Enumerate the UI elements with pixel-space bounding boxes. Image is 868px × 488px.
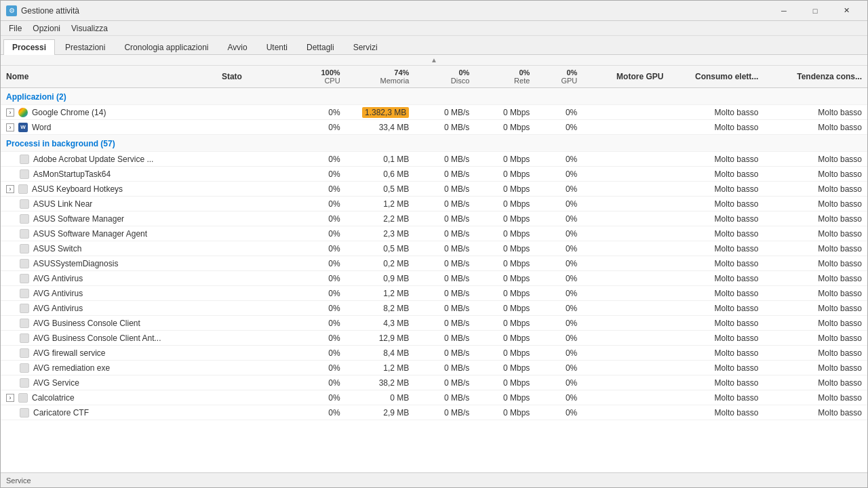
process-table-container[interactable]: Nome Stato 100% CPU 74% Memoria 0% bbox=[1, 66, 867, 472]
header-rete[interactable]: 0% Rete bbox=[475, 66, 535, 88]
generic-icon bbox=[20, 348, 29, 358]
process-consumo: Molto basso bbox=[669, 120, 764, 135]
process-stato bbox=[216, 405, 285, 420]
process-name-label: AsMonStartupTask64 bbox=[33, 169, 111, 179]
tab-dettagli[interactable]: Dettagli bbox=[298, 39, 343, 55]
process-consumo: Molto basso bbox=[669, 390, 764, 405]
process-consumo: Molto basso bbox=[669, 226, 764, 241]
table-row[interactable]: ASUSSystemDiagnosis0%0,2 MB0 MB/s0 Mbps0… bbox=[1, 256, 867, 271]
header-memoria[interactable]: 74% Memoria bbox=[346, 66, 415, 88]
table-row[interactable]: ASUS Software Manager Agent0%2,3 MB0 MB/… bbox=[1, 226, 867, 241]
expand-button[interactable]: › bbox=[6, 185, 14, 193]
expand-button[interactable]: › bbox=[6, 394, 14, 402]
table-row[interactable]: ASUS Software Manager0%2,2 MB0 MB/s0 Mbp… bbox=[1, 211, 867, 226]
process-gpu: 0% bbox=[535, 346, 583, 361]
tab-processi[interactable]: Processi bbox=[3, 39, 55, 55]
process-tendenza: Molto basso bbox=[764, 256, 867, 271]
process-rete: 0 Mbps bbox=[475, 390, 535, 405]
process-tendenza: Molto basso bbox=[764, 167, 867, 182]
process-stato bbox=[216, 271, 285, 286]
tab-prestazioni[interactable]: Prestazioni bbox=[56, 39, 114, 55]
table-row[interactable]: Caricatore CTF0%2,9 MB0 MB/s0 Mbps0%Molt… bbox=[1, 405, 867, 420]
header-stato[interactable]: Stato bbox=[216, 66, 285, 88]
process-name-label: ASUS Switch bbox=[33, 244, 81, 253]
header-motore-gpu[interactable]: Motore GPU bbox=[583, 66, 669, 88]
process-tendenza: Molto basso bbox=[764, 182, 867, 197]
table-row[interactable]: ASUS Switch0%0,5 MB0 MB/s0 Mbps0%Molto b… bbox=[1, 241, 867, 256]
expand-button[interactable]: › bbox=[6, 123, 14, 131]
process-name-label: ASUS Software Manager Agent bbox=[33, 229, 147, 239]
process-consumo: Molto basso bbox=[669, 301, 764, 316]
process-name-label: AVG remediation exe bbox=[33, 363, 110, 373]
menu-opzioni[interactable]: Opzioni bbox=[27, 22, 66, 35]
process-stato bbox=[216, 226, 285, 241]
close-button[interactable]: ✕ bbox=[831, 1, 862, 21]
process-memory: 12,9 MB bbox=[346, 331, 415, 346]
process-name-cell: AVG Service bbox=[1, 375, 216, 390]
process-cpu: 0% bbox=[285, 346, 346, 361]
process-stato bbox=[216, 241, 285, 256]
process-disco: 0 MB/s bbox=[414, 375, 475, 390]
generic-icon bbox=[18, 393, 28, 403]
table-row[interactable]: AVG Service0%38,2 MB0 MB/s0 Mbps0%Molto … bbox=[1, 375, 867, 390]
table-row[interactable]: AVG firewall service0%8,4 MB0 MB/s0 Mbps… bbox=[1, 346, 867, 361]
process-cpu: 0% bbox=[285, 390, 346, 405]
header-consumo[interactable]: Consumo elett... bbox=[669, 66, 764, 88]
process-gpu: 0% bbox=[535, 105, 583, 120]
table-row[interactable]: AVG Business Console Client0%4,3 MB0 MB/… bbox=[1, 316, 867, 331]
menu-file[interactable]: File bbox=[3, 22, 27, 35]
header-gpu[interactable]: 0% GPU bbox=[535, 66, 583, 88]
process-disco: 0 MB/s bbox=[414, 211, 475, 226]
process-tendenza: Molto basso bbox=[764, 301, 867, 316]
process-name-label: AVG Antivirus bbox=[33, 274, 83, 283]
process-name-cell: AVG remediation exe bbox=[1, 361, 216, 375]
header-disco[interactable]: 0% Disco bbox=[414, 66, 475, 88]
tab-servizi[interactable]: Servizi bbox=[344, 39, 387, 55]
table-row[interactable]: ASUS Link Near0%1,2 MB0 MB/s0 Mbps0%Molt… bbox=[1, 197, 867, 211]
process-cpu: 0% bbox=[285, 331, 346, 346]
header-tendenza[interactable]: Tendenza cons... bbox=[764, 66, 867, 88]
table-row[interactable]: AVG Business Console Client Ant...0%12,9… bbox=[1, 331, 867, 346]
process-cpu: 0% bbox=[285, 120, 346, 135]
process-stato bbox=[216, 105, 285, 120]
process-rete: 0 Mbps bbox=[475, 361, 535, 375]
header-cpu[interactable]: 100% CPU bbox=[285, 66, 346, 88]
table-row[interactable]: AVG Antivirus0%0,9 MB0 MB/s0 Mbps0%Molto… bbox=[1, 271, 867, 286]
table-row[interactable]: ›WWord0%33,4 MB0 MB/s0 Mbps0%Molto basso… bbox=[1, 120, 867, 135]
process-disco: 0 MB/s bbox=[414, 256, 475, 271]
tab-cronologia[interactable]: Cronologia applicazioni bbox=[115, 39, 217, 55]
tab-utenti[interactable]: Utenti bbox=[258, 39, 296, 55]
process-disco: 0 MB/s bbox=[414, 286, 475, 301]
process-gpu: 0% bbox=[535, 271, 583, 286]
expand-button[interactable]: › bbox=[6, 108, 14, 117]
process-consumo: Molto basso bbox=[669, 375, 764, 390]
table-row[interactable]: Adobe Acrobat Update Service ...0%0,1 MB… bbox=[1, 152, 867, 167]
process-motore-gpu bbox=[583, 286, 669, 301]
process-consumo: Molto basso bbox=[669, 316, 764, 331]
table-row[interactable]: AVG remediation exe0%1,2 MB0 MB/s0 Mbps0… bbox=[1, 361, 867, 375]
table-row[interactable]: AsMonStartupTask640%0,6 MB0 MB/s0 Mbps0%… bbox=[1, 167, 867, 182]
process-gpu: 0% bbox=[535, 331, 583, 346]
process-gpu: 0% bbox=[535, 120, 583, 135]
header-nome[interactable]: Nome bbox=[1, 66, 216, 88]
table-row[interactable]: ›Google Chrome (14)0%1.382,3 MB0 MB/s0 M… bbox=[1, 105, 867, 120]
table-row[interactable]: AVG Antivirus0%1,2 MB0 MB/s0 Mbps0%Molto… bbox=[1, 286, 867, 301]
process-disco: 0 MB/s bbox=[414, 241, 475, 256]
process-memory: 1,2 MB bbox=[346, 286, 415, 301]
process-tendenza: Molto basso bbox=[764, 375, 867, 390]
process-rete: 0 Mbps bbox=[475, 226, 535, 241]
minimize-button[interactable]: ─ bbox=[768, 1, 800, 21]
menu-visualizza[interactable]: Visualizza bbox=[66, 22, 113, 35]
table-row[interactable]: ›Calcolatrice0%0 MB0 MB/s0 Mbps0%Molto b… bbox=[1, 390, 867, 405]
process-stato bbox=[216, 120, 285, 135]
section-label: Processi in background (57) bbox=[1, 135, 867, 152]
table-row[interactable]: AVG Antivirus0%8,2 MB0 MB/s0 Mbps0%Molto… bbox=[1, 301, 867, 316]
process-memory: 1,2 MB bbox=[346, 197, 415, 211]
tab-avvio[interactable]: Avvio bbox=[219, 39, 256, 55]
maximize-button[interactable]: □ bbox=[800, 1, 831, 21]
table-row[interactable]: ›ASUS Keyboard Hotkeys0%0,5 MB0 MB/s0 Mb… bbox=[1, 182, 867, 197]
process-name-cell: AVG firewall service bbox=[1, 346, 216, 361]
task-manager-window: ⚙ Gestione attività ─ □ ✕ File Opzioni V… bbox=[0, 0, 868, 488]
process-gpu: 0% bbox=[535, 361, 583, 375]
process-rete: 0 Mbps bbox=[475, 241, 535, 256]
